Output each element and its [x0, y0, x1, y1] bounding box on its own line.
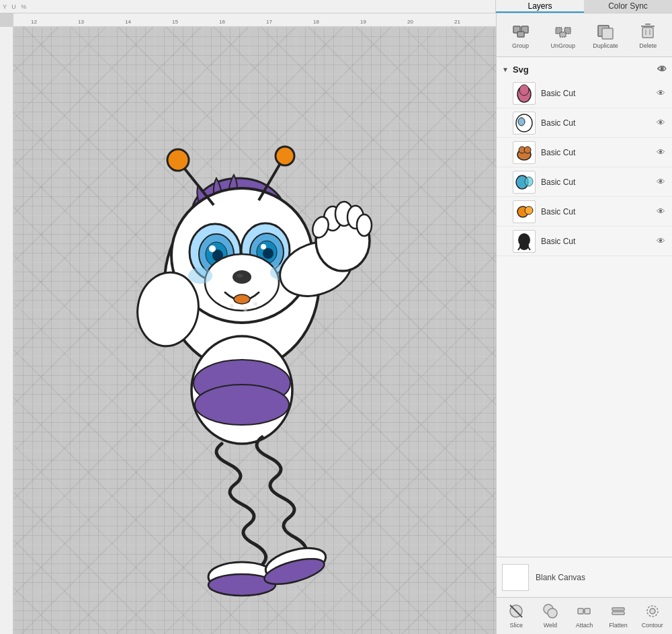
- svg-point-16: [234, 294, 250, 304]
- svg-point-72: [548, 608, 557, 618]
- layer-thumbnail-5: [513, 200, 536, 223]
- ruler-left: [0, 27, 13, 634]
- group-icon: [511, 22, 530, 40]
- layer-thumbnail-4: [513, 171, 536, 194]
- svg-point-57: [518, 118, 525, 126]
- layer-eye-icon-5[interactable]: 👁: [655, 206, 667, 218]
- layer-thumbnail-2: [513, 112, 536, 134]
- svg-point-40: [253, 302, 257, 306]
- svg-point-79: [650, 608, 655, 614]
- svg-point-64: [525, 206, 533, 214]
- delete-button[interactable]: Delete: [629, 17, 667, 54]
- layer-eye-icon-2[interactable]: 👁: [655, 117, 667, 129]
- svg-group-header[interactable]: ▼ Svg 👁: [497, 60, 672, 79]
- layer-item[interactable]: Basic Cut 👁: [497, 79, 672, 108]
- contour-button[interactable]: Contour: [636, 599, 669, 633]
- contour-icon: [644, 603, 661, 621]
- ungroup-button[interactable]: UnGroup: [544, 17, 582, 54]
- svg-point-11: [263, 248, 274, 259]
- panel-tabs: Layers Color Sync: [496, 0, 672, 13]
- svg-point-66: [519, 242, 529, 250]
- svg-point-7: [209, 245, 216, 252]
- svg-rect-73: [578, 608, 583, 614]
- svg-rect-49: [642, 28, 653, 38]
- panel-toolbar: Group UnGroup: [497, 13, 672, 57]
- layer-thumbnail-1: [513, 82, 536, 105]
- svg-rect-74: [585, 608, 590, 614]
- grid-canvas[interactable]: [13, 27, 496, 634]
- top-bar: Y U % Layers Color Sync: [0, 0, 672, 13]
- svg-point-17: [188, 268, 212, 284]
- attach-icon: [576, 603, 592, 621]
- svg-point-12: [261, 244, 266, 249]
- flatten-icon: [610, 603, 626, 621]
- layer-eye-icon-1[interactable]: 👁: [655, 87, 667, 100]
- svg-point-38: [230, 304, 234, 308]
- layer-item[interactable]: Basic Cut 👁: [497, 108, 672, 138]
- layer-eye-icon-4[interactable]: 👁: [655, 176, 667, 188]
- tab-color-sync[interactable]: Color Sync: [584, 0, 672, 13]
- svg-point-62: [525, 177, 533, 186]
- flatten-button[interactable]: Flatten: [602, 599, 634, 633]
- layer-item[interactable]: Basic Cut 👁: [497, 138, 672, 167]
- bee-character: [34, 61, 470, 632]
- layers-content[interactable]: ▼ Svg 👁 Basic Cut 👁: [497, 57, 672, 557]
- svg-point-33: [195, 385, 289, 425]
- layer-item[interactable]: Basic Cut 👁: [497, 227, 672, 256]
- svg-point-39: [243, 307, 247, 311]
- svg-point-22: [276, 147, 294, 165]
- layer-item[interactable]: Basic Cut 👁: [497, 197, 672, 227]
- svg-rect-48: [602, 28, 613, 39]
- layer-item[interactable]: Basic Cut 👁: [497, 167, 672, 197]
- svg-rect-77: [612, 612, 624, 615]
- ruler-corner: Y U %: [0, 0, 496, 13]
- svg-rect-43: [517, 32, 524, 37]
- weld-button[interactable]: Weld: [534, 599, 566, 633]
- svg-point-15: [237, 274, 243, 278]
- svg-rect-76: [612, 608, 624, 610]
- blank-canvas-thumbnail: [502, 564, 529, 591]
- attach-button[interactable]: Attach: [568, 599, 600, 633]
- blank-canvas-section[interactable]: Blank Canvas: [497, 557, 672, 597]
- layer-eye-icon-3[interactable]: 👁: [655, 147, 667, 159]
- group-button[interactable]: Group: [502, 17, 540, 54]
- svg-rect-46: [560, 32, 566, 37]
- canvas-area[interactable]: 12 13 14 15 16 17 18 19 20 21: [0, 13, 496, 634]
- svg-point-55: [519, 85, 529, 95]
- duplicate-button[interactable]: Duplicate: [587, 17, 624, 54]
- duplicate-icon: [596, 22, 615, 40]
- chevron-down-icon: ▼: [502, 66, 509, 73]
- delete-icon: [638, 22, 657, 40]
- svg-point-60: [524, 147, 531, 153]
- right-panel: Group UnGroup: [496, 13, 672, 634]
- bottom-toolbar: Slice Weld: [497, 597, 672, 634]
- layer-thumbnail-6: [513, 230, 536, 253]
- main-row: 12 13 14 15 16 17 18 19 20 21: [0, 13, 672, 634]
- slice-button[interactable]: Slice: [500, 599, 532, 633]
- ruler-top: 12 13 14 15 16 17 18 19 20 21: [13, 13, 496, 27]
- ungroup-icon: [554, 22, 573, 40]
- tab-layers[interactable]: Layers: [496, 0, 584, 13]
- weld-icon: [542, 603, 558, 621]
- slice-icon: [508, 603, 524, 621]
- layer-eye-icon-6[interactable]: 👁: [655, 235, 667, 247]
- blank-canvas-label: Blank Canvas: [536, 573, 585, 582]
- svg-eye-icon[interactable]: 👁: [657, 64, 667, 75]
- layer-thumbnail-3: [513, 141, 536, 164]
- svg-point-20: [167, 149, 189, 171]
- svg-point-28: [357, 214, 372, 236]
